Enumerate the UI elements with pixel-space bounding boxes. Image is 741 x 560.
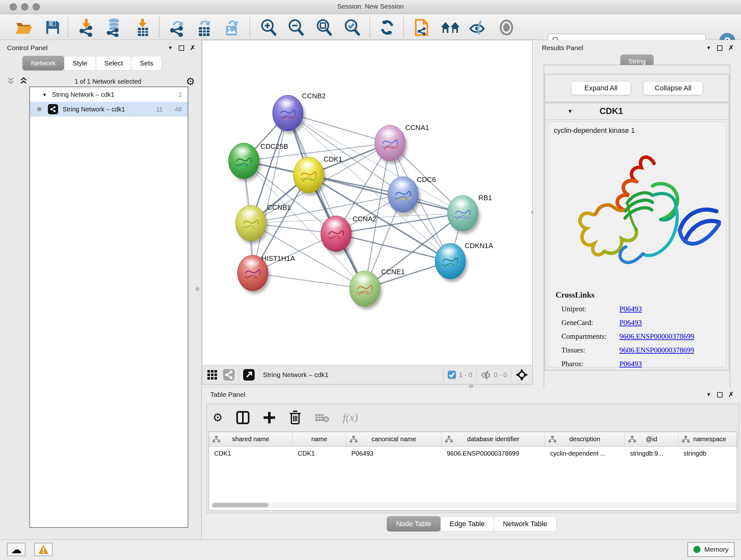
crosslink-link[interactable]: P06493 xyxy=(619,319,642,327)
network-node-CDC6[interactable]: CDC6 xyxy=(388,176,436,215)
crosslink-link[interactable]: 9606.ENSP00000378699 xyxy=(619,346,694,354)
node-label: CDK1 xyxy=(324,155,342,163)
tab-select[interactable]: Select xyxy=(96,56,131,71)
table-panel-menu-caret[interactable]: ▼ xyxy=(706,392,711,397)
network-node-CCNE1[interactable]: CCNE1 xyxy=(349,268,405,309)
zoom-in-button[interactable] xyxy=(259,18,278,37)
hidden-elements-icon[interactable] xyxy=(480,370,491,380)
tab-node-table[interactable]: Node Table xyxy=(387,516,441,532)
export-network-button[interactable] xyxy=(167,18,187,37)
memory-button[interactable]: Memory xyxy=(687,542,735,557)
crosslink-link[interactable]: 9606.ENSP00000378699 xyxy=(619,332,694,341)
results-panel-float-icon[interactable] xyxy=(717,45,723,51)
results-panel-close-icon[interactable]: ✗ xyxy=(728,44,734,52)
show-details-button[interactable] xyxy=(496,18,516,37)
detach-view-icon[interactable] xyxy=(243,369,255,381)
table-panel-close-icon[interactable]: ✗ xyxy=(728,390,734,399)
table-horizontal-scrollbar[interactable] xyxy=(211,502,737,508)
network-view-panel: CCNB2CCNA1CDC25BCDK1CDC6RB1CCNB1CCNA2CDK… xyxy=(202,40,533,384)
open-in-web-button[interactable] xyxy=(412,18,432,37)
table-cell[interactable]: 9606.ENSP00000378699 xyxy=(442,447,545,460)
crosslink-link[interactable]: P06493 xyxy=(619,360,642,368)
warnings-button[interactable] xyxy=(34,543,53,556)
tab-network-table[interactable]: Network Table xyxy=(494,516,556,532)
selected-nodes-checkbox-icon[interactable] xyxy=(448,370,456,379)
table-options-gear-icon[interactable]: ⚙ xyxy=(212,412,223,423)
network-collection-row[interactable]: ▼ String Network – cdk1 1 xyxy=(30,87,188,102)
zoom-out-button[interactable] xyxy=(286,18,306,37)
network-row-selected[interactable]: String Network – cdk1 11 48 xyxy=(30,102,188,117)
collapse-all-icon[interactable] xyxy=(6,77,17,86)
network-edge[interactable] xyxy=(253,113,288,273)
results-panel-title: Results Panel xyxy=(542,44,583,52)
string-home-button[interactable] xyxy=(441,18,460,37)
column-header-shared-name[interactable]: shared name xyxy=(209,432,293,446)
table-cell[interactable]: stringdb:9... xyxy=(625,447,678,460)
table-cell[interactable]: CDK1 xyxy=(293,447,346,460)
left-splitter-grip[interactable] xyxy=(196,287,199,291)
import-network-database-button[interactable] xyxy=(104,18,124,37)
table-cell[interactable]: stringdb xyxy=(678,447,737,460)
bottom-splitter-grip[interactable] xyxy=(469,385,473,388)
open-session-button[interactable] xyxy=(14,18,34,37)
scrollbar-thumb[interactable] xyxy=(212,503,268,507)
control-panel-float-icon[interactable] xyxy=(179,45,184,51)
network-node-CCNB2[interactable]: CCNB2 xyxy=(273,92,326,134)
network-view-share-icon[interactable] xyxy=(223,369,235,381)
delete-column-icon[interactable] xyxy=(289,411,301,425)
gene-collapse-caret[interactable]: ▼ xyxy=(567,108,573,115)
expand-all-button[interactable]: Expand All xyxy=(571,81,631,95)
collection-collapse-caret[interactable]: ▼ xyxy=(42,92,47,98)
netbar-separator xyxy=(476,368,476,382)
add-column-icon[interactable] xyxy=(263,411,276,424)
table-row[interactable]: CDK1CDK1P064939606.ENSP00000378699cyclin… xyxy=(209,447,737,460)
tab-network[interactable]: Network xyxy=(22,56,64,71)
network-canvas[interactable]: CCNB2CCNA1CDC25BCDK1CDC6RB1CCNB1CCNA2CDK… xyxy=(202,40,532,364)
zoom-selected-button[interactable] xyxy=(342,18,362,37)
tab-sets[interactable]: Sets xyxy=(131,56,162,71)
column-header-canonical-name[interactable]: canonical name xyxy=(346,432,442,446)
collapse-all-button[interactable]: Collapse All xyxy=(643,81,703,95)
column-header-namespace[interactable]: namespace xyxy=(678,432,737,446)
column-header-name[interactable]: name xyxy=(293,432,346,446)
gene-section-header[interactable]: ▼ CDK1 xyxy=(545,103,729,120)
table-cell[interactable]: CDK1 xyxy=(209,447,293,460)
memory-label: Memory xyxy=(704,546,729,553)
grid-mode-icon[interactable] xyxy=(207,369,218,380)
import-table-file-button[interactable] xyxy=(133,18,152,37)
network-node-RB1[interactable]: RB1 xyxy=(448,194,492,234)
save-session-button[interactable] xyxy=(43,18,63,37)
cloud-icon: ☁ xyxy=(11,544,22,555)
tab-edge-table[interactable]: Edge Table xyxy=(441,516,494,532)
network-node-CCNA1[interactable]: CCNA1 xyxy=(375,124,429,164)
import-network-file-button[interactable] xyxy=(77,18,96,37)
tab-style[interactable]: Style xyxy=(64,56,96,71)
network-edge[interactable] xyxy=(288,113,365,289)
show-columns-icon[interactable] xyxy=(236,411,250,424)
network-options-gear-icon[interactable]: ⚙ xyxy=(186,76,195,86)
control-panel-menu-caret[interactable]: ▼ xyxy=(168,45,173,51)
network-node-HIST1H1A[interactable]: HIST1H1A xyxy=(238,254,295,294)
zoom-fit-button[interactable] xyxy=(314,18,334,37)
export-table-button[interactable] xyxy=(195,18,214,37)
network-node-CCNB1[interactable]: CCNB1 xyxy=(235,203,291,244)
network-node-CCNA2[interactable]: CCNA2 xyxy=(321,215,377,254)
network-view-toolbar: String Network – cdk1 1 - 0 0 - 0 xyxy=(202,365,532,384)
table-cell[interactable]: P06493 xyxy=(346,447,442,460)
results-panel-menu-caret[interactable]: ▼ xyxy=(706,45,711,51)
table-cell[interactable]: cyclin-dependent ... xyxy=(545,447,625,460)
cloud-status-button[interactable]: ☁ xyxy=(7,543,25,556)
refresh-button[interactable] xyxy=(377,18,397,37)
column-header-description[interactable]: description xyxy=(545,432,625,446)
control-panel-close-icon[interactable]: ✗ xyxy=(190,44,196,52)
crosslink-link[interactable]: P06493 xyxy=(619,305,642,313)
birdseye-toggle-icon[interactable] xyxy=(515,368,529,381)
hide-details-button[interactable] xyxy=(468,18,488,37)
column-header-@id[interactable]: @id xyxy=(625,432,678,446)
column-header-database-identifier[interactable]: database identifier xyxy=(442,432,545,446)
table-panel-float-icon[interactable] xyxy=(717,392,723,397)
export-image-button[interactable] xyxy=(222,18,242,37)
expand-all-icon[interactable] xyxy=(19,77,30,86)
network-node-CDK1[interactable]: CDK1 xyxy=(293,155,342,196)
network-node-CDKN1A[interactable]: CDKN1A xyxy=(435,242,493,282)
